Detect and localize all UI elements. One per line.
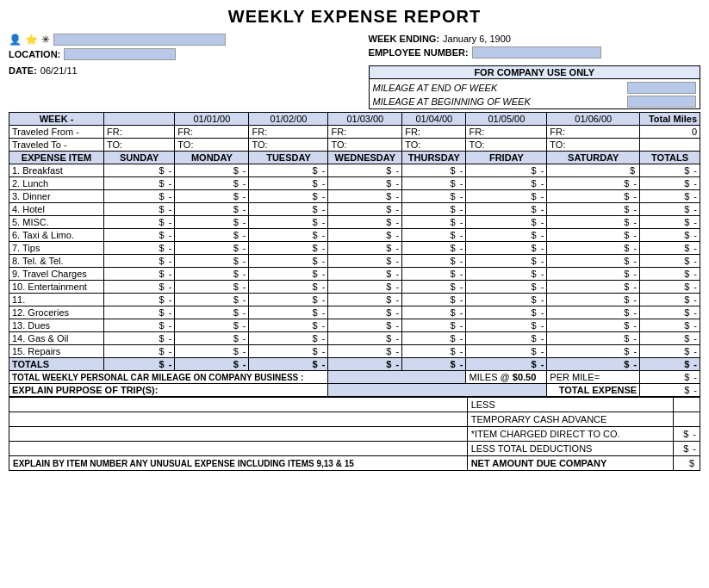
col-totals: TOTALS (640, 152, 700, 164)
expense-row-13: 13. Dues $ - $ - $ - $ - $ - $ - $ - $ - (9, 319, 700, 332)
item-1-thu[interactable]: $ - (402, 164, 466, 177)
expense-row-15: 15. Repairs $ - $ - $ - $ - $ - $ - $ - … (9, 345, 700, 358)
item-1-mon[interactable]: $ - (175, 164, 249, 177)
week-date-3: 01/04/00 (402, 113, 466, 126)
per-mile-label: PER MILE= (547, 371, 640, 384)
expense-row-11: 11. $ - $ - $ - $ - $ - $ - $ - $ - (9, 294, 700, 306)
col-tuesday: TUESDAY (249, 152, 328, 164)
item-1-tue[interactable]: $ - (249, 164, 328, 177)
item-1-sun[interactable]: $ - (104, 164, 175, 177)
temp-cash-label: TEMPORARY CASH ADVANCE (467, 412, 673, 427)
expense-row-7: 7. Tips $ - $ - $ - $ - $ - $ - $ - $ - (9, 242, 700, 255)
to-1: TO: (175, 139, 249, 152)
week-date-1: 01/02/00 (249, 113, 328, 126)
less-total-label: LESS TOTAL DEDUCTIONS (467, 442, 673, 456)
expense-row-14: 14. Gas & Oil $ - $ - $ - $ - $ - $ - $ … (9, 332, 700, 345)
total-miles-label: Total Miles (640, 113, 700, 126)
traveled-from-row: Traveled From - FR: FR: FR: FR: FR: FR: … (9, 126, 700, 139)
from-fr-6: FR: (547, 126, 640, 139)
date-value: 06/21/11 (40, 65, 78, 76)
less-row: LESS (9, 398, 700, 412)
from-fr-3: FR: (328, 126, 402, 139)
expense-row-3: 3. Dinner $ - $ - $ - $ - $ - $ - $ - $ … (9, 190, 700, 203)
explain-row: EXPLAIN PURPOSE OF TRIP(S): TOTAL EXPENS… (9, 384, 700, 397)
traveled-from-label: Traveled From - (9, 126, 104, 139)
to-2: TO: (249, 139, 328, 152)
item-2: 2. Lunch (9, 177, 104, 190)
employee-number-input[interactable] (472, 46, 601, 59)
item-15: 15. Repairs (9, 345, 104, 358)
expense-row-2: 2. Lunch $ - $ - $ - $ - $ - $ - $ - $ - (9, 177, 700, 190)
item-6: 6. Taxi & Limo. (9, 229, 104, 242)
item-1-sat[interactable]: $ (547, 164, 640, 177)
total-expense-value: $ - (640, 384, 700, 397)
week-col-blank (104, 113, 175, 126)
explain-label: EXPLAIN PURPOSE OF TRIP(S): (9, 384, 328, 397)
mileage-end-input[interactable] (627, 82, 696, 94)
col-friday: FRIDAY (466, 152, 547, 164)
company-car-box: FOR COMPANY USE ONLY MILEAGE AT END OF W… (369, 65, 700, 109)
expense-row-8: 8. Tel. & Tel. $ - $ - $ - $ - $ - $ - $… (9, 255, 700, 268)
expense-row-10: 10. Entertainment $ - $ - $ - $ - $ - $ … (9, 281, 700, 294)
item-1-total: $ - (640, 164, 700, 177)
mileage-begin-input[interactable] (627, 96, 696, 108)
item-8: 8. Tel. & Tel. (9, 255, 104, 268)
week-date-0: 01/01/00 (175, 113, 249, 126)
week-date-5: 01/06/00 (547, 113, 640, 126)
totals-row: TOTALS $ - $ - $ - $ - $ - $ - $ - $ - (9, 358, 700, 371)
item-7: 7. Tips (9, 242, 104, 255)
item-11: 11. (9, 294, 104, 306)
total-miles-value: 0 (640, 126, 700, 139)
col-wednesday: WEDNESDAY (328, 152, 402, 164)
expense-row-5: 5. MISC. $ - $ - $ - $ - $ - $ - $ - $ - (9, 216, 700, 229)
week-date-2: 01/03/00 (328, 113, 402, 126)
to-6: TO: (547, 139, 640, 152)
name-input[interactable] (53, 34, 226, 46)
week-header-row: WEEK - 01/01/00 01/02/00 01/03/00 01/04/… (9, 113, 700, 126)
week-label: WEEK - (9, 113, 104, 126)
expense-row-6: 6. Taxi & Limo. $ - $ - $ - $ - $ - $ - … (9, 229, 700, 242)
item-5: 5. MISC. (9, 216, 104, 229)
expense-row-4: 4. Hotel $ - $ - $ - $ - $ - $ - $ - $ - (9, 203, 700, 216)
col-monday: MONDAY (175, 152, 249, 164)
to-3: TO: (328, 139, 402, 152)
item-charged-row: *ITEM CHARGED DIRECT TO CO. $ - (9, 427, 700, 442)
col-thursday: THURSDAY (402, 152, 466, 164)
week-ending-value: January 6, 1900 (443, 34, 511, 44)
from-fr-1: FR: (175, 126, 249, 139)
totals-label: TOTALS (9, 358, 104, 371)
page: WEEKLY EXPENSE REPORT 👤 ⭐ ✳ LOCATION: WE… (0, 0, 709, 478)
item-1-wed[interactable]: $ - (328, 164, 402, 177)
item-1: 1. Breakfast (9, 164, 104, 177)
mileage-label: TOTAL WEEKLY PERSONAL CAR MILEAGE ON COM… (9, 371, 328, 384)
item-3: 3. Dinner (9, 190, 104, 203)
expense-table: WEEK - 01/01/00 01/02/00 01/03/00 01/04/… (9, 112, 700, 397)
week-date-4: 01/05/00 (466, 113, 547, 126)
mileage-total: $ - (640, 371, 700, 384)
item-1-fri[interactable]: $ - (466, 164, 547, 177)
net-amount-label: NET AMOUNT DUE COMPANY (467, 456, 673, 471)
location-row: LOCATION: (9, 48, 355, 60)
from-fr-0: FR: (104, 126, 175, 139)
location-input[interactable] (64, 48, 176, 60)
item-14: 14. Gas & Oil (9, 332, 104, 345)
item-9: 9. Travel Charges (9, 268, 104, 281)
star-icon: ⭐ (25, 34, 38, 46)
from-fr-4: FR: (402, 126, 466, 139)
location-label: LOCATION: (9, 49, 60, 59)
from-fr-2: FR: (249, 126, 328, 139)
expense-row-12: 12. Groceries $ - $ - $ - $ - $ - $ - $ … (9, 306, 700, 319)
less-label: LESS (467, 398, 673, 412)
explain-unusual-label: EXPLAIN BY ITEM NUMBER ANY UNUSUAL EXPEN… (9, 456, 468, 471)
item-12: 12. Groceries (9, 306, 104, 319)
item-10: 10. Entertainment (9, 281, 104, 294)
mileage-row: TOTAL WEEKLY PERSONAL CAR MILEAGE ON COM… (9, 371, 700, 384)
col-sunday: SUNDAY (104, 152, 175, 164)
column-header-row: EXPENSE ITEM SUNDAY MONDAY TUESDAY WEDNE… (9, 152, 700, 164)
company-car-title: FOR COMPANY USE ONLY (370, 66, 700, 79)
asterisk-icon: ✳ (41, 34, 50, 46)
page-title: WEEKLY EXPENSE REPORT (9, 7, 700, 27)
miles-rate: $0.50 (513, 372, 537, 382)
item-4: 4. Hotel (9, 203, 104, 216)
item-13: 13. Dues (9, 319, 104, 332)
